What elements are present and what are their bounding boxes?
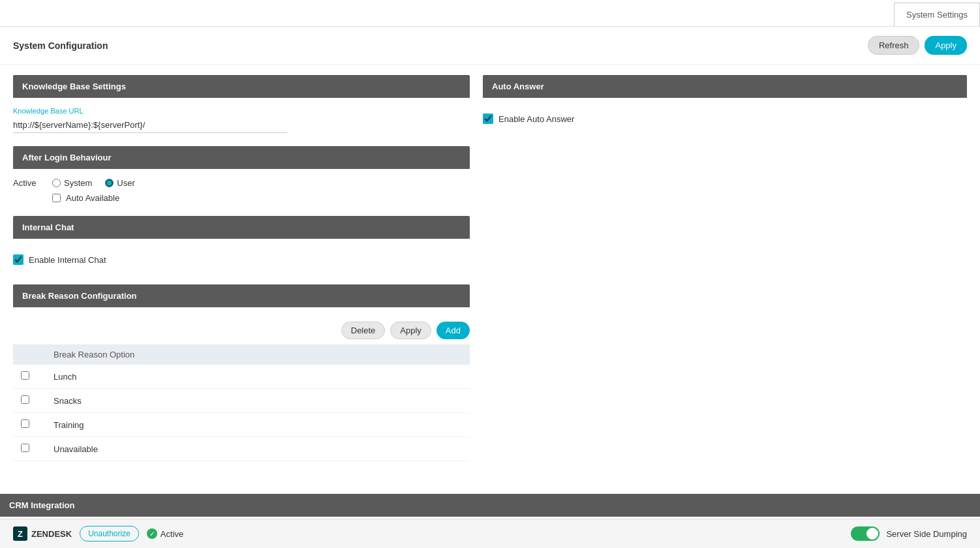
break-item-label: Unavailable [46,437,470,461]
system-settings-tab[interactable]: System Settings [894,3,980,26]
break-item-checkbox[interactable] [21,371,29,380]
active-label: Active [13,178,46,188]
break-reason-table: Break Reason Option Lunch Snacks Trainin… [13,344,470,461]
internal-chat-section: Internal Chat Enable Internal Chat [13,216,470,274]
system-radio-option[interactable]: System [52,178,92,188]
break-reason-header: Break Reason Configuration [13,284,470,307]
break-item-checkbox[interactable] [21,444,29,452]
page-title: System Configuration [13,40,108,51]
header-actions: Refresh Apply [868,36,967,55]
auto-available-row: Auto Available [52,193,470,203]
auto-answer-section: Auto Answer Enable Auto Answer [483,75,967,133]
user-radio[interactable] [105,179,114,187]
checkbox-col-header [13,344,46,365]
apply-top-button[interactable]: Apply [925,36,967,55]
table-row: Snacks [13,389,470,413]
apply-break-button[interactable]: Apply [390,322,431,339]
internal-chat-body: Enable Internal Chat [13,239,470,274]
break-item-checkbox[interactable] [21,419,29,428]
top-nav: System Settings [0,0,980,27]
break-item-label: Lunch [46,365,470,389]
break-item-checkbox[interactable] [21,395,29,404]
knowledge-base-section: Knowledge Base Settings Knowledge Base U… [13,75,470,136]
break-item-label: Snacks [46,389,470,413]
right-panel: Auto Answer Enable Auto Answer [483,75,967,474]
enable-internal-chat-checkbox[interactable] [13,254,23,265]
after-login-header: After Login Behaviour [13,146,470,169]
break-reason-section: Break Reason Configuration Delete Apply … [13,284,470,464]
knowledge-base-header: Knowledge Base Settings [13,75,470,98]
user-radio-option[interactable]: User [105,178,134,188]
kb-url-label: Knowledge Base URL [13,107,470,115]
header-bar: System Configuration Refresh Apply [0,27,980,65]
break-reason-col-header: Break Reason Option [46,344,470,365]
system-label: System [64,178,92,188]
auto-available-label: Auto Available [66,193,119,203]
auto-available-checkbox[interactable] [52,194,61,202]
row-checkbox-cell [13,437,46,461]
user-label: User [117,178,134,188]
radio-group: System User [52,178,135,188]
enable-auto-answer-label: Enable Auto Answer [498,114,574,124]
main-content: Knowledge Base Settings Knowledge Base U… [0,65,980,485]
active-row: Active System User [13,178,470,188]
after-login-section: After Login Behaviour Active System User [13,146,470,206]
break-actions: Delete Apply Add [13,316,470,344]
auto-answer-header: Auto Answer [483,75,967,98]
knowledge-base-body: Knowledge Base URL [13,98,470,136]
system-radio[interactable] [52,179,61,187]
enable-auto-answer-checkbox[interactable] [483,114,493,124]
table-row: Training [13,413,470,437]
kb-url-input[interactable] [13,117,287,133]
enable-internal-chat-row: Enable Internal Chat [13,248,470,271]
break-reason-body: Delete Apply Add Break Reason Option Lun… [13,307,470,464]
table-row: Unavailable [13,437,470,461]
after-login-body: Active System User Auto Avail [13,169,470,206]
break-item-label: Training [46,413,470,437]
row-checkbox-cell [13,413,46,437]
internal-chat-header: Internal Chat [13,216,470,239]
row-checkbox-cell [13,365,46,389]
row-checkbox-cell [13,389,46,413]
refresh-button[interactable]: Refresh [868,36,920,55]
left-panel: Knowledge Base Settings Knowledge Base U… [13,75,470,474]
delete-button[interactable]: Delete [341,322,386,339]
break-reason-header-row: Break Reason Option [13,344,470,365]
enable-internal-chat-label: Enable Internal Chat [29,255,106,265]
enable-auto-answer-row: Enable Auto Answer [483,107,967,130]
table-row: Lunch [13,365,470,389]
add-button[interactable]: Add [436,322,470,339]
auto-answer-body: Enable Auto Answer [483,98,967,133]
